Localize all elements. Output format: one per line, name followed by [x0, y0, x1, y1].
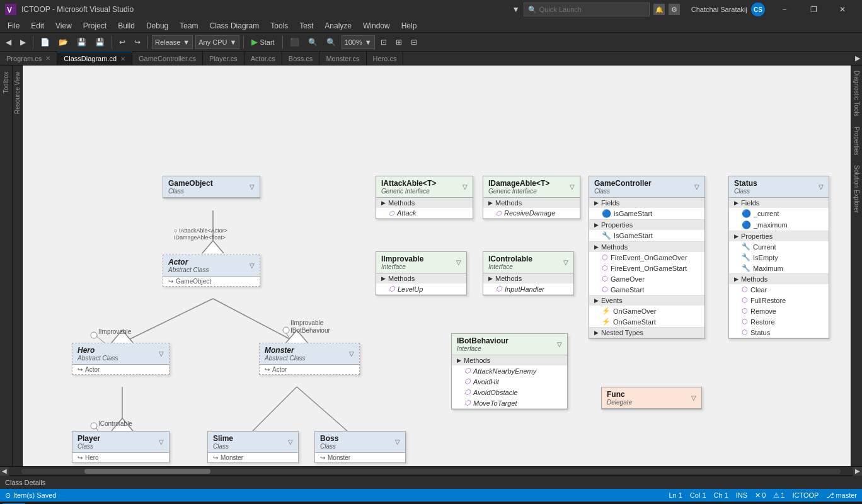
toolbar-extra3[interactable]: ⊟: [408, 35, 420, 49]
actor-collapse[interactable]: ▽: [250, 262, 255, 269]
tab-gamecontroller[interactable]: GameController.cs: [132, 52, 203, 66]
menu-file[interactable]: File: [3, 19, 25, 33]
gamecontroller-collapse[interactable]: ▽: [694, 183, 699, 190]
toolbar-forward[interactable]: ▶: [17, 35, 29, 49]
iattackable-collapse[interactable]: ▽: [463, 183, 468, 190]
gc-fields-header[interactable]: ▶ Fields: [589, 198, 704, 208]
toolbar-extra1[interactable]: ⊡: [377, 35, 390, 49]
status-collapse[interactable]: ▽: [819, 183, 824, 190]
gc-fields-section: ▶ Fields 🔵 isGameStart: [589, 198, 704, 220]
toolbar-back[interactable]: ◀: [3, 35, 14, 49]
hscroll-left[interactable]: ◀: [0, 467, 9, 476]
status-prop-current: 🔧 Current: [729, 241, 829, 252]
player-collapse[interactable]: ▽: [159, 438, 164, 445]
status-fields-header[interactable]: ▶ Fields: [729, 198, 829, 208]
config-dropdown[interactable]: Release ▼: [152, 35, 193, 49]
error-indicator[interactable]: ✕ 0: [755, 491, 766, 500]
warning-indicator[interactable]: ⚠ 1: [773, 491, 784, 500]
menu-project[interactable]: Project: [78, 19, 112, 33]
func-collapse[interactable]: ▽: [691, 394, 696, 401]
menu-team[interactable]: Team: [175, 19, 203, 33]
quick-launch-input[interactable]: [539, 6, 621, 13]
idamageable-methods-header[interactable]: ▶ Methods: [483, 198, 580, 208]
gc-events-header[interactable]: ▶ Events: [589, 295, 704, 306]
close-button[interactable]: ✕: [828, 0, 857, 19]
iimprovable-methods-header[interactable]: ▶ Methods: [376, 273, 466, 284]
tab-program-cs[interactable]: Program.cs ✕: [0, 52, 57, 66]
tabbar-scroll[interactable]: ▶: [853, 52, 862, 66]
iimprovable-collapse[interactable]: ▽: [456, 259, 461, 266]
slime-collapse[interactable]: ▽: [288, 438, 293, 445]
user-avatar[interactable]: CS: [751, 3, 765, 16]
class-hero: Hero Abstract Class ▽ ↪ Actor: [72, 343, 170, 375]
boss-header: Boss Class ▽: [315, 432, 405, 453]
solution-explorer-tab[interactable]: Solution Explorer: [851, 160, 862, 218]
monster-collapse[interactable]: ▽: [349, 350, 354, 357]
toolbar-zoom-in[interactable]: 🔍: [323, 35, 339, 49]
toolbar-extra2[interactable]: ⊞: [393, 35, 405, 49]
notification-icon: 🔔: [653, 4, 665, 15]
icontrolable-methods-header[interactable]: ▶ Methods: [483, 273, 573, 284]
tab-boss[interactable]: Boss.cs: [282, 52, 320, 66]
hero-collapse[interactable]: ▽: [159, 350, 164, 357]
iattackable-methods-header[interactable]: ▶ Methods: [376, 198, 473, 208]
tab-classdiagram[interactable]: ClassDiagram.cd ✕: [57, 52, 132, 66]
toolbar-undo[interactable]: ↩: [116, 35, 129, 49]
menu-window[interactable]: Window: [358, 19, 395, 33]
boss-collapse[interactable]: ▽: [395, 438, 400, 445]
menu-classdiagram[interactable]: Class Diagram: [205, 19, 265, 33]
diagnostic-tools-tab[interactable]: Diagnostic Tools: [851, 66, 862, 122]
toolbar-save-all[interactable]: 💾: [92, 35, 108, 49]
menu-tools[interactable]: Tools: [265, 19, 293, 33]
menu-debug[interactable]: Debug: [141, 19, 173, 33]
tab-player[interactable]: Player.cs: [203, 52, 244, 66]
menu-edit[interactable]: Edit: [26, 19, 49, 33]
class-idamageable: IDamageAble<T> Generic Interface ▽ ▶ Met…: [483, 176, 580, 219]
platform-dropdown[interactable]: Any CPU ▼: [195, 35, 239, 49]
hscrollbar[interactable]: ◀ ▶: [0, 466, 862, 475]
svg-line-3: [122, 299, 213, 343]
toolbar-zoom-out[interactable]: 🔍: [305, 35, 321, 49]
tab-close-program[interactable]: ✕: [45, 55, 50, 62]
status-properties-header[interactable]: ▶ Properties: [729, 231, 829, 241]
menu-help[interactable]: Help: [396, 19, 422, 33]
ibotbehaviour-collapse[interactable]: ▽: [557, 341, 562, 348]
actor-parent: ↪ GameObject: [163, 277, 260, 286]
gc-methods-header[interactable]: ▶ Methods: [589, 242, 704, 252]
hscroll-thumb[interactable]: [84, 469, 210, 474]
menu-view[interactable]: View: [50, 19, 77, 33]
toolbar-open[interactable]: 📂: [55, 35, 71, 49]
tab-hero[interactable]: Hero.cs: [367, 52, 404, 66]
tab-close-classdiagram[interactable]: ✕: [120, 55, 125, 62]
idamageable-collapse[interactable]: ▽: [570, 183, 575, 190]
menu-test[interactable]: Test: [294, 19, 318, 33]
status-methods-header[interactable]: ▶ Methods: [729, 274, 829, 284]
minimize-button[interactable]: −: [770, 0, 799, 19]
gc-nested-header[interactable]: ▶ Nested Types: [589, 328, 704, 338]
restore-button[interactable]: ❐: [799, 0, 828, 19]
toolbar-attach[interactable]: ⬛: [287, 35, 302, 49]
class-gameobject: GameObject Class ▽: [163, 176, 260, 198]
gamecontroller-subtitle: Class: [594, 188, 652, 195]
run-button[interactable]: ▶ Start: [248, 37, 278, 47]
toolbar-new[interactable]: 📄: [37, 35, 53, 49]
git-branch[interactable]: ⎇ master: [826, 491, 857, 500]
taskbar: 🔍 🗌 🌐 🎵 📁 👤 🎮 V 🔔 📶 🔊 🌐 TH 2:33 PM: [0, 501, 862, 504]
svg-text:IBotBehaviour: IBotBehaviour: [290, 327, 330, 334]
tab-monster[interactable]: Monster.cs: [319, 52, 366, 66]
class-diagram-canvas[interactable]: IImprovable IControlable IImprovable IBo…: [23, 66, 851, 466]
tab-actor[interactable]: Actor.cs: [244, 52, 282, 66]
hscroll-track[interactable]: [21, 469, 841, 474]
ibotbehaviour-methods-header[interactable]: ▶ Methods: [452, 355, 567, 365]
icontrolable-collapse[interactable]: ▽: [563, 259, 568, 266]
menu-analyze[interactable]: Analyze: [319, 19, 357, 33]
gc-properties-header[interactable]: ▶ Properties: [589, 220, 704, 230]
zoom-dropdown[interactable]: 100% ▼: [342, 35, 375, 49]
gameobject-collapse[interactable]: ▽: [250, 183, 255, 190]
toolbar-save[interactable]: 💾: [74, 35, 89, 49]
toolbar-redo[interactable]: ↪: [131, 35, 144, 49]
properties-tab[interactable]: Properties: [851, 122, 862, 161]
menu-build[interactable]: Build: [113, 19, 140, 33]
quick-launch-box[interactable]: 🔍: [524, 3, 650, 16]
hscroll-right[interactable]: ▶: [853, 467, 862, 476]
